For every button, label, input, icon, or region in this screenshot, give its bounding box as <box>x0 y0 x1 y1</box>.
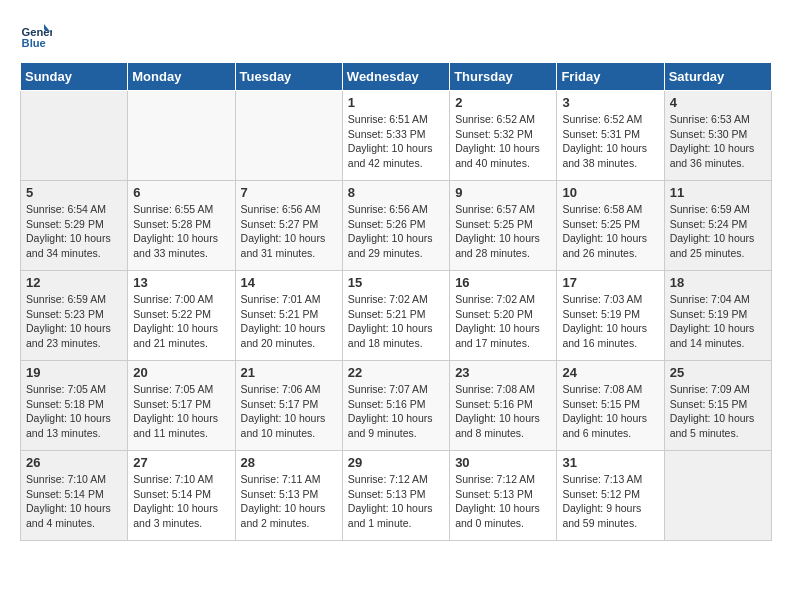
day-number: 12 <box>26 275 122 290</box>
calendar-cell: 27Sunrise: 7:10 AM Sunset: 5:14 PM Dayli… <box>128 451 235 541</box>
day-info: Sunrise: 7:10 AM Sunset: 5:14 PM Dayligh… <box>26 472 122 531</box>
day-info: Sunrise: 6:52 AM Sunset: 5:31 PM Dayligh… <box>562 112 658 171</box>
day-number: 6 <box>133 185 229 200</box>
weekday-header-row: SundayMondayTuesdayWednesdayThursdayFrid… <box>21 63 772 91</box>
calendar-cell: 16Sunrise: 7:02 AM Sunset: 5:20 PM Dayli… <box>450 271 557 361</box>
day-info: Sunrise: 7:09 AM Sunset: 5:15 PM Dayligh… <box>670 382 766 441</box>
day-info: Sunrise: 7:02 AM Sunset: 5:20 PM Dayligh… <box>455 292 551 351</box>
day-number: 16 <box>455 275 551 290</box>
calendar-week-3: 12Sunrise: 6:59 AM Sunset: 5:23 PM Dayli… <box>21 271 772 361</box>
calendar-cell: 21Sunrise: 7:06 AM Sunset: 5:17 PM Dayli… <box>235 361 342 451</box>
day-number: 22 <box>348 365 444 380</box>
day-info: Sunrise: 6:56 AM Sunset: 5:26 PM Dayligh… <box>348 202 444 261</box>
day-info: Sunrise: 7:11 AM Sunset: 5:13 PM Dayligh… <box>241 472 337 531</box>
calendar-cell: 17Sunrise: 7:03 AM Sunset: 5:19 PM Dayli… <box>557 271 664 361</box>
day-info: Sunrise: 6:51 AM Sunset: 5:33 PM Dayligh… <box>348 112 444 171</box>
calendar-cell: 3Sunrise: 6:52 AM Sunset: 5:31 PM Daylig… <box>557 91 664 181</box>
calendar-cell: 5Sunrise: 6:54 AM Sunset: 5:29 PM Daylig… <box>21 181 128 271</box>
weekday-header-tuesday: Tuesday <box>235 63 342 91</box>
calendar-cell: 6Sunrise: 6:55 AM Sunset: 5:28 PM Daylig… <box>128 181 235 271</box>
day-info: Sunrise: 7:08 AM Sunset: 5:15 PM Dayligh… <box>562 382 658 441</box>
calendar-cell <box>21 91 128 181</box>
day-number: 2 <box>455 95 551 110</box>
calendar-week-1: 1Sunrise: 6:51 AM Sunset: 5:33 PM Daylig… <box>21 91 772 181</box>
day-info: Sunrise: 7:12 AM Sunset: 5:13 PM Dayligh… <box>348 472 444 531</box>
day-info: Sunrise: 7:13 AM Sunset: 5:12 PM Dayligh… <box>562 472 658 531</box>
day-info: Sunrise: 6:59 AM Sunset: 5:23 PM Dayligh… <box>26 292 122 351</box>
day-number: 10 <box>562 185 658 200</box>
day-info: Sunrise: 6:55 AM Sunset: 5:28 PM Dayligh… <box>133 202 229 261</box>
calendar-cell: 8Sunrise: 6:56 AM Sunset: 5:26 PM Daylig… <box>342 181 449 271</box>
calendar-cell <box>235 91 342 181</box>
day-info: Sunrise: 6:56 AM Sunset: 5:27 PM Dayligh… <box>241 202 337 261</box>
calendar-cell <box>128 91 235 181</box>
calendar-week-5: 26Sunrise: 7:10 AM Sunset: 5:14 PM Dayli… <box>21 451 772 541</box>
calendar-cell: 2Sunrise: 6:52 AM Sunset: 5:32 PM Daylig… <box>450 91 557 181</box>
day-number: 8 <box>348 185 444 200</box>
day-info: Sunrise: 7:06 AM Sunset: 5:17 PM Dayligh… <box>241 382 337 441</box>
day-number: 24 <box>562 365 658 380</box>
weekday-header-saturday: Saturday <box>664 63 771 91</box>
day-number: 23 <box>455 365 551 380</box>
calendar-cell <box>664 451 771 541</box>
calendar-cell: 1Sunrise: 6:51 AM Sunset: 5:33 PM Daylig… <box>342 91 449 181</box>
calendar-cell: 26Sunrise: 7:10 AM Sunset: 5:14 PM Dayli… <box>21 451 128 541</box>
day-number: 18 <box>670 275 766 290</box>
day-number: 14 <box>241 275 337 290</box>
calendar-cell: 11Sunrise: 6:59 AM Sunset: 5:24 PM Dayli… <box>664 181 771 271</box>
day-number: 26 <box>26 455 122 470</box>
day-info: Sunrise: 6:57 AM Sunset: 5:25 PM Dayligh… <box>455 202 551 261</box>
day-number: 28 <box>241 455 337 470</box>
day-info: Sunrise: 7:12 AM Sunset: 5:13 PM Dayligh… <box>455 472 551 531</box>
weekday-header-wednesday: Wednesday <box>342 63 449 91</box>
day-number: 7 <box>241 185 337 200</box>
day-info: Sunrise: 7:07 AM Sunset: 5:16 PM Dayligh… <box>348 382 444 441</box>
day-number: 30 <box>455 455 551 470</box>
calendar-cell: 13Sunrise: 7:00 AM Sunset: 5:22 PM Dayli… <box>128 271 235 361</box>
page-header: General Blue <box>20 20 772 52</box>
day-number: 1 <box>348 95 444 110</box>
day-info: Sunrise: 6:59 AM Sunset: 5:24 PM Dayligh… <box>670 202 766 261</box>
day-number: 13 <box>133 275 229 290</box>
day-number: 31 <box>562 455 658 470</box>
day-number: 4 <box>670 95 766 110</box>
day-number: 3 <box>562 95 658 110</box>
calendar-cell: 15Sunrise: 7:02 AM Sunset: 5:21 PM Dayli… <box>342 271 449 361</box>
calendar-cell: 31Sunrise: 7:13 AM Sunset: 5:12 PM Dayli… <box>557 451 664 541</box>
calendar-cell: 29Sunrise: 7:12 AM Sunset: 5:13 PM Dayli… <box>342 451 449 541</box>
calendar-cell: 18Sunrise: 7:04 AM Sunset: 5:19 PM Dayli… <box>664 271 771 361</box>
day-info: Sunrise: 7:08 AM Sunset: 5:16 PM Dayligh… <box>455 382 551 441</box>
calendar-table: SundayMondayTuesdayWednesdayThursdayFrid… <box>20 62 772 541</box>
day-number: 20 <box>133 365 229 380</box>
weekday-header-thursday: Thursday <box>450 63 557 91</box>
weekday-header-friday: Friday <box>557 63 664 91</box>
day-info: Sunrise: 6:52 AM Sunset: 5:32 PM Dayligh… <box>455 112 551 171</box>
calendar-cell: 24Sunrise: 7:08 AM Sunset: 5:15 PM Dayli… <box>557 361 664 451</box>
logo: General Blue <box>20 20 52 52</box>
calendar-cell: 28Sunrise: 7:11 AM Sunset: 5:13 PM Dayli… <box>235 451 342 541</box>
svg-text:Blue: Blue <box>22 37 46 49</box>
calendar-cell: 23Sunrise: 7:08 AM Sunset: 5:16 PM Dayli… <box>450 361 557 451</box>
calendar-cell: 10Sunrise: 6:58 AM Sunset: 5:25 PM Dayli… <box>557 181 664 271</box>
day-number: 27 <box>133 455 229 470</box>
calendar-cell: 9Sunrise: 6:57 AM Sunset: 5:25 PM Daylig… <box>450 181 557 271</box>
day-number: 15 <box>348 275 444 290</box>
day-info: Sunrise: 7:10 AM Sunset: 5:14 PM Dayligh… <box>133 472 229 531</box>
day-number: 5 <box>26 185 122 200</box>
svg-text:General: General <box>22 26 52 38</box>
day-number: 11 <box>670 185 766 200</box>
day-number: 21 <box>241 365 337 380</box>
calendar-week-4: 19Sunrise: 7:05 AM Sunset: 5:18 PM Dayli… <box>21 361 772 451</box>
day-info: Sunrise: 6:58 AM Sunset: 5:25 PM Dayligh… <box>562 202 658 261</box>
calendar-cell: 22Sunrise: 7:07 AM Sunset: 5:16 PM Dayli… <box>342 361 449 451</box>
day-info: Sunrise: 7:03 AM Sunset: 5:19 PM Dayligh… <box>562 292 658 351</box>
weekday-header-monday: Monday <box>128 63 235 91</box>
logo-icon: General Blue <box>20 20 52 52</box>
day-number: 29 <box>348 455 444 470</box>
day-info: Sunrise: 6:53 AM Sunset: 5:30 PM Dayligh… <box>670 112 766 171</box>
calendar-cell: 4Sunrise: 6:53 AM Sunset: 5:30 PM Daylig… <box>664 91 771 181</box>
day-info: Sunrise: 6:54 AM Sunset: 5:29 PM Dayligh… <box>26 202 122 261</box>
calendar-cell: 7Sunrise: 6:56 AM Sunset: 5:27 PM Daylig… <box>235 181 342 271</box>
day-info: Sunrise: 7:00 AM Sunset: 5:22 PM Dayligh… <box>133 292 229 351</box>
day-number: 19 <box>26 365 122 380</box>
